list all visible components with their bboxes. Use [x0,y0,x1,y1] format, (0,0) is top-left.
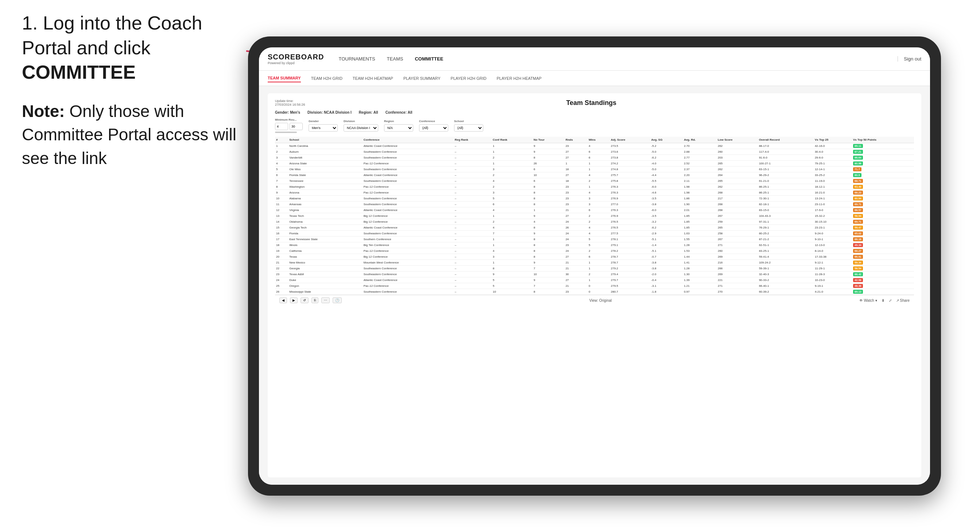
cell-rank: 25 [275,283,288,289]
cell-conference: Southeastern Conference [363,149,454,155]
table-row: 20 Texas Big 12 Conference – 3 8 27 6 27… [275,254,914,260]
cell-no-tour: 9 [533,143,565,149]
cell-conf-rank: 2 [492,155,533,161]
cell-no-tour: 10 [533,271,565,277]
min-rounds-slider[interactable] [275,132,297,133]
filter-division: Division: NCAA Division I [307,110,352,114]
cell-low: 270 [717,289,758,295]
cell-rank: 21 [275,260,288,266]
school-select[interactable]: (All) [454,124,483,132]
cell-wins: 4 [587,172,610,178]
conference-select[interactable]: (All) [419,124,448,132]
cell-conference: Southeastern Conference [363,155,454,161]
toolbar-copy[interactable]: ⎘ [312,297,318,303]
division-select[interactable]: NCAA Division I [344,124,378,132]
subnav-team-h2h-grid[interactable]: TEAM H2H GRID [311,75,342,82]
step-number: 1. [22,13,38,33]
cell-vs50: 48.38 [852,283,914,289]
cell-avg-rd: 1.86 [683,196,717,202]
min-rounds-field1[interactable] [275,123,288,130]
cell-conf-rank: 7 [492,231,533,237]
toolbar-refresh[interactable]: ↺ [301,297,309,303]
table-row: 22 Georgia Southeastern Conference – 8 7… [275,266,914,271]
cell-conf-rank: 6 [492,202,533,207]
nav-tournaments[interactable]: TOURNAMENTS [339,55,375,63]
cell-no-tour: 8 [533,196,565,202]
cell-rank: 17 [275,237,288,242]
cell-vs25: 9-12-1 [814,260,852,266]
cell-overall: 32-40-3 [758,271,814,277]
filter-gender: Gender: Men's [275,110,300,114]
cell-no-tour: 9 [533,260,565,266]
sign-out-button[interactable]: Sign out [897,56,921,62]
min-rounds-field2[interactable] [290,123,303,130]
cell-conference: Pac-12 Conference [363,190,454,196]
cell-conf-rank: 8 [492,266,533,271]
filter-conference: Conference: All [385,110,412,114]
subnav-player-summary[interactable]: PLAYER SUMMARY [403,75,441,82]
cell-vs50: 66.16 [852,237,914,242]
cell-school: Virginia [288,207,363,213]
table-row: 14 Oklahoma Big 12 Conference – 2 4 24 2… [275,219,914,225]
cell-low: 271 [717,283,758,289]
cell-conference: Big 12 Conference [363,254,454,260]
th-overall: Overall Record [758,137,814,143]
cell-rank: 10 [275,196,288,202]
subnav-team-h2h-heatmap[interactable]: TEAM H2H HEATMAP [353,75,393,82]
cell-adj-score: 277.5 [610,231,650,237]
cell-avg-sg: -6.2 [650,155,683,161]
cell-rnds: 21 [565,207,587,213]
sub-nav: TEAM SUMMARY TEAM H2H GRID TEAM H2H HEAT… [259,71,930,86]
region-select[interactable]: N/A [384,124,413,132]
subnav-player-h2h-grid[interactable]: PLAYER H2H GRID [451,75,487,82]
expand-btn[interactable]: ⤢ [889,298,892,303]
toolbar-back[interactable]: ◀ [279,297,287,303]
gender-select[interactable]: Men's [309,124,338,132]
nav-committee[interactable]: COMMITTEE [415,55,443,63]
cell-vs50: 69.71 [852,219,914,225]
cell-avg-rd: 1.30 [683,271,717,277]
cell-adj-score: 275.8 [610,178,650,184]
cell-avg-rd: 1.98 [683,184,717,190]
filter-region: Region: All [359,110,378,114]
conference-label: Conference: [385,110,407,114]
download-btn[interactable]: ⬇ [881,298,885,303]
cell-low: 268 [717,207,758,213]
cell-adj-score: 277.0 [610,202,650,207]
region-control-label: Region [384,119,413,123]
table-row: 1 North Carolina Atlantic Coast Conferen… [275,143,914,149]
cell-adj-score: 276.9 [610,213,650,219]
cell-school: Florida State [288,172,363,178]
cell-conference: Atlantic Coast Conference [363,277,454,283]
cell-wins: 2 [587,271,610,277]
cell-vs25: 15-32-2 [814,213,852,219]
toolbar-forward[interactable]: ▶ [290,297,298,303]
table-row: 4 Arizona State Pac-12 Conference – 1 26… [275,161,914,167]
cell-rank: 24 [275,277,288,283]
subnav-player-h2h-heatmap[interactable]: PLAYER H2H HEATMAP [497,75,542,82]
subnav-team-summary[interactable]: TEAM SUMMARY [268,75,301,83]
cell-adj-score: 279.7 [610,277,650,283]
toolbar-clock[interactable]: 🕐 [332,297,342,303]
cell-reg-rank: – [454,237,492,242]
panel-header: Update time: 27/03/2024 16:56:26 Team St… [275,99,914,107]
table-row: 8 Washington Pac-12 Conference – 2 8 23 … [275,184,914,190]
view-original-btn[interactable]: View: Original [589,298,612,303]
cell-school: New Mexico [288,260,363,266]
toolbar-more[interactable]: ⋯ [321,297,330,303]
cell-rnds: 23 [565,184,587,190]
cell-wins: 1 [587,277,610,283]
nav-teams[interactable]: TEAMS [387,55,403,63]
cell-avg-sg: -3.2 [650,219,683,225]
cell-conf-rank: 1 [492,237,533,242]
table-body: 1 North Carolina Atlantic Coast Conferen… [275,143,914,295]
cell-avg-rd: 1.41 [683,260,717,266]
cell-conference: Mountain West Conference [363,260,454,266]
share-btn[interactable]: ↗ Share [896,298,910,303]
cell-no-tour: 4 [533,219,565,225]
watch-btn[interactable]: 👁 Watch ▾ [859,298,877,303]
cell-avg-rd: 2.01 [683,207,717,213]
cell-vs50: 59.47 [852,225,914,231]
cell-wins: 1 [587,184,610,190]
th-school: School [288,137,363,143]
